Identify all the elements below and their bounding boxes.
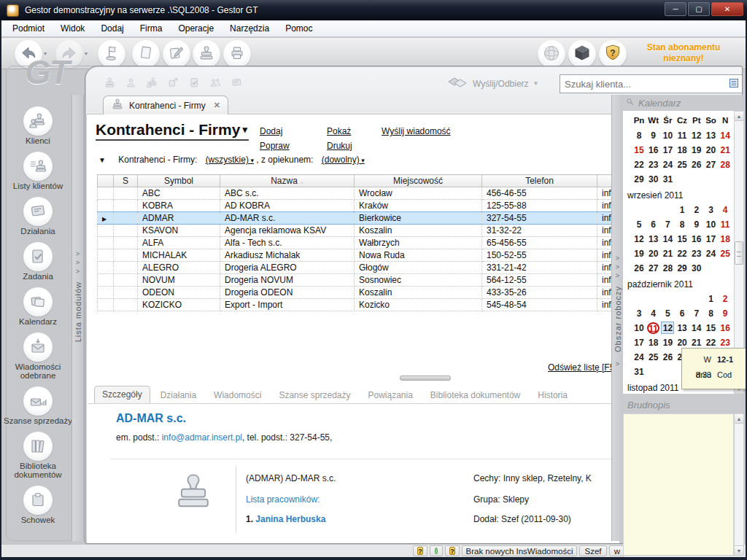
calendar-day-26[interactable]: 26 [632, 261, 646, 276]
calendar-day-15[interactable]: 15 [704, 321, 719, 335]
people-icon[interactable] [209, 77, 222, 91]
menu-narz-dzia[interactable]: Narzędzia [222, 21, 277, 36]
calendar-day-10[interactable]: 10 [632, 321, 646, 335]
calendar-day-13[interactable]: 13 [675, 321, 689, 335]
stamp-icon[interactable] [104, 77, 116, 91]
calendar-day-22[interactable]: 22 [675, 246, 689, 261]
calendar-day-5[interactable]: 5 [660, 306, 675, 321]
employees-list-link[interactable]: Lista pracowników: [246, 494, 465, 505]
scroll-up-icon[interactable]: ▲ [735, 414, 743, 424]
minimize-button[interactable]: ─ [665, 2, 686, 16]
calendar-day-26[interactable]: 26 [660, 350, 675, 365]
table-row-michalak[interactable]: MICHALAKArkadiusz MichalakNowa Ruda150-5… [98, 249, 619, 262]
detail-tab-historia[interactable]: Historia [530, 387, 575, 403]
calendar-day-10[interactable]: 10 [660, 128, 675, 143]
stamp-button[interactable] [193, 40, 220, 68]
calendar-day-24[interactable]: 24 [704, 246, 719, 261]
module-item-klienci[interactable]: Klienci [3, 106, 73, 145]
guardian-dropdown[interactable]: (dowolny) [322, 155, 365, 165]
calendar-day-30[interactable]: 30 [646, 172, 661, 187]
employee-entry[interactable]: 1. Janina Herbuska [246, 514, 465, 524]
chevron-right-icon[interactable]: > [616, 271, 619, 280]
tab-kontrahenci-firmy[interactable]: Kontrahenci - Firmy ✕ [103, 96, 228, 114]
show-link[interactable]: Pokaż [327, 126, 351, 136]
calendar-day-11[interactable]: 11 [718, 217, 732, 232]
column-header-blank[interactable] [98, 175, 114, 187]
globe-button[interactable] [538, 40, 565, 68]
module-item-zadania[interactable]: Zadania [3, 242, 73, 281]
scroll-up-icon[interactable]: ▲ [735, 112, 743, 121]
column-header-symbol[interactable]: Symbol [138, 175, 220, 187]
table-row-admar[interactable]: ADMARAD-MAR s.c.Bierkowice327-54-55info [98, 212, 619, 225]
calendar-day-6[interactable]: 6 [646, 217, 661, 232]
calendar-day-8[interactable]: 8 [675, 217, 689, 232]
chevron-right-icon[interactable]: > [76, 258, 80, 267]
calendar-day-27[interactable]: 27 [704, 158, 719, 172]
calendar-day-2[interactable]: 2 [718, 292, 732, 306]
help-shield-button[interactable]: ? [599, 40, 627, 68]
print-button[interactable] [223, 40, 251, 68]
calendar-day-1[interactable]: 1 [704, 292, 719, 306]
module-item-kalendarz[interactable]: Kalendarz [3, 287, 73, 326]
send-receive-button[interactable]: Wyślij/Odbierz ▼ [446, 76, 539, 91]
calendar-day-20[interactable]: 20 [704, 143, 719, 158]
calendar-day-5[interactable]: 5 [632, 217, 646, 232]
calendar-day-23[interactable]: 23 [689, 246, 704, 261]
splitter-handle[interactable] [400, 376, 451, 381]
table-row-kozicko[interactable]: KOZICKOExport - ImportKozicko545-48-54in… [98, 299, 619, 311]
calendar-day-10[interactable]: 10 [704, 217, 719, 232]
calendar-day-28[interactable]: 28 [660, 261, 675, 276]
refresh-list-link[interactable]: Odśwież listę [F5 [548, 362, 619, 373]
calendar-day-11[interactable]: 11 [675, 128, 689, 143]
calendar-day-2[interactable]: 2 [689, 203, 704, 217]
calendar-day-29[interactable]: 29 [675, 261, 689, 276]
menu-operacje[interactable]: Operacje [170, 21, 222, 36]
new-document-button[interactable] [132, 40, 160, 68]
calendar-day-9[interactable]: 9 [646, 128, 661, 143]
cube-button[interactable] [568, 40, 596, 68]
chevron-right-icon[interactable]: > [616, 359, 619, 368]
module-strip[interactable]: > > > Lista modułów [71, 95, 84, 541]
calendar-day-1[interactable]: 1 [675, 203, 689, 217]
close-button[interactable]: ✕ [711, 2, 743, 16]
table-row-alegro[interactable]: ALEGRODrogeria ALEGROGłogów331-21-42info [98, 262, 619, 274]
calendar-day-24[interactable]: 24 [632, 350, 646, 365]
table-row-novum[interactable]: NOVUMDrogeria NOVUMSosnowiec564-12-55inf… [98, 274, 619, 287]
module-item-listy-klient-w[interactable]: Listy klientów [3, 152, 73, 190]
stamp-person-icon[interactable] [146, 77, 158, 91]
print-link[interactable]: Drukuj [327, 141, 352, 151]
column-header-s[interactable]: S [114, 175, 138, 187]
calendar-day-15[interactable]: 15 [675, 232, 689, 246]
calendar-day-8[interactable]: 8 [704, 306, 719, 321]
calendar-day-20[interactable]: 20 [646, 246, 661, 261]
table-row-ksavon[interactable]: KSAVONAgencja reklamowa KSAVKoszalin31-3… [98, 225, 619, 237]
calendar-day-4[interactable]: 4 [646, 306, 661, 321]
menu-podmiot[interactable]: Podmiot [4, 21, 53, 36]
calendar-day-31[interactable]: 31 [660, 172, 675, 187]
calendar-day-19[interactable]: 19 [632, 246, 646, 261]
calendar-day-13[interactable]: 13 [646, 232, 661, 246]
status-help-2[interactable]: ? [445, 545, 460, 556]
status-user[interactable]: Szef [579, 545, 607, 556]
module-item-biblioteka-dokument-w[interactable]: Biblioteka dokumentów [3, 432, 73, 479]
filter-all-dropdown[interactable]: (wszystkie) [206, 155, 254, 165]
chevron-down-icon[interactable]: ▾ [85, 50, 88, 57]
calendar-day-14[interactable]: 14 [689, 321, 704, 335]
calendar-day-17[interactable]: 17 [660, 143, 675, 158]
calendar-day-12[interactable]: 12 [632, 232, 646, 246]
page-title[interactable]: Kontrahenci - Firmy [96, 121, 249, 141]
table-row-alfa[interactable]: ALFAAlfa - Tech s.c.Wałbrzych65-456-55in… [98, 237, 619, 249]
flag-button[interactable] [98, 40, 125, 68]
scratchpad-scrollbar[interactable]: ▲ ▼ [734, 413, 744, 556]
calendar-day-11[interactable]: 11 [646, 321, 661, 335]
calendar-day-6[interactable]: 6 [675, 306, 689, 321]
share-icon[interactable] [167, 77, 179, 91]
calendar-day-18[interactable]: 18 [718, 232, 732, 246]
calendar-day-23[interactable]: 23 [646, 158, 661, 172]
calendar-day-19[interactable]: 19 [660, 335, 675, 350]
chevron-right-icon[interactable]: > [76, 249, 80, 258]
calendar-day-8[interactable]: 8 [632, 128, 646, 143]
calendar-day-19[interactable]: 19 [689, 143, 704, 158]
calendar-day-21[interactable]: 21 [718, 143, 732, 158]
status-help-1[interactable]: ? [413, 545, 427, 556]
